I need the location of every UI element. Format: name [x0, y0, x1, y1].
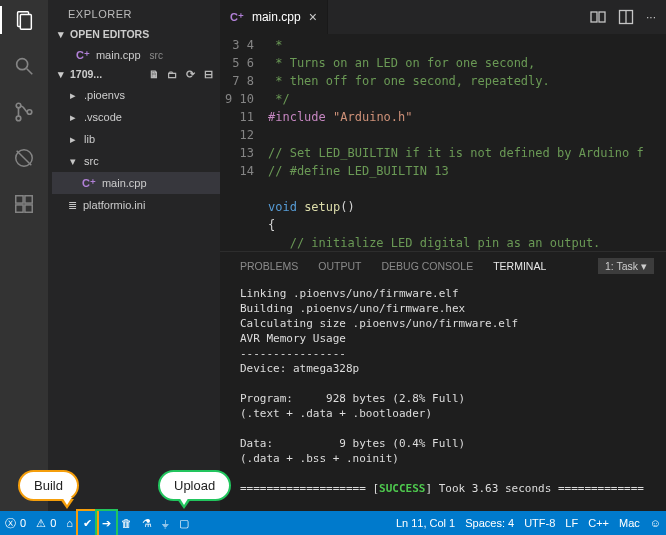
trash-icon: 🗑 [121, 517, 132, 529]
panel-tab-problems[interactable]: PROBLEMS [240, 260, 298, 272]
svg-rect-13 [591, 12, 597, 22]
code-content: * * Turns on an LED on for one second, *… [268, 36, 666, 251]
panel-tab-terminal[interactable]: TERMINAL [493, 260, 546, 272]
check-icon: ✔ [83, 517, 92, 530]
chevron-down-icon: ▾ [68, 155, 78, 168]
code-editor[interactable]: 3 4 5 6 7 8 9 10 11 12 13 14 * * Turns o… [220, 34, 666, 251]
split-editor-icon[interactable] [618, 9, 634, 25]
terminal-task-selector[interactable]: 1: Task ▾ [598, 258, 654, 274]
more-icon[interactable]: ··· [646, 10, 656, 24]
callout-build: Build [18, 470, 79, 501]
status-cursor[interactable]: Ln 11, Col 1 [391, 511, 460, 535]
new-file-icon[interactable]: 🗎 [147, 68, 162, 80]
editor-tabbar: C⁺ main.cpp × ··· [220, 0, 666, 34]
open-editor-filename: main.cpp [96, 49, 141, 61]
terminal-output[interactable]: Linking .pioenvs/uno/firmware.elf Buildi… [220, 278, 666, 511]
arrow-right-icon: ➔ [102, 517, 111, 530]
smiley-icon: ☺ [650, 517, 661, 529]
svg-line-8 [17, 151, 32, 166]
panel-tab-output[interactable]: OUTPUT [318, 260, 361, 272]
status-terminal-button[interactable]: ▢ [174, 511, 194, 535]
chevron-right-icon: ▸ [68, 133, 78, 146]
explorer-sidebar: EXPLORER ▾ OPEN EDITORS C⁺ main.cpp src … [48, 0, 220, 511]
svg-rect-1 [20, 15, 31, 30]
chevron-right-icon: ▸ [68, 89, 78, 102]
cpp-file-icon: C⁺ [230, 11, 244, 24]
status-home-button[interactable]: ⌂ [61, 511, 78, 535]
compare-icon[interactable] [590, 9, 606, 25]
explorer-title: EXPLORER [48, 0, 220, 26]
svg-point-2 [17, 59, 28, 70]
status-spaces[interactable]: Spaces: 4 [460, 511, 519, 535]
status-upload-button[interactable]: ➔ [97, 511, 116, 535]
chevron-down-icon: ▾ [56, 68, 66, 80]
cpp-file-icon: C⁺ [82, 177, 96, 190]
editor-tab-actions: ··· [580, 0, 666, 34]
scm-activity-icon[interactable] [10, 98, 38, 126]
debug-activity-icon[interactable] [10, 144, 38, 172]
tree-file[interactable]: ≣platformio.ini [52, 194, 220, 216]
tree-folder[interactable]: ▸.pioenvs [52, 84, 220, 106]
open-editors-label: OPEN EDITORS [70, 28, 149, 40]
project-label: 1709... [70, 68, 102, 80]
file-tree: ▸.pioenvs ▸.vscode ▸lib ▾src C⁺main.cpp … [48, 84, 220, 216]
cpp-file-icon: C⁺ [76, 49, 90, 62]
panel-tab-debug[interactable]: DEBUG CONSOLE [382, 260, 474, 272]
status-encoding[interactable]: UTF-8 [519, 511, 560, 535]
warning-icon: ⚠ [36, 517, 46, 530]
plug-icon: ⏚ [162, 517, 169, 529]
bottom-panel: PROBLEMS OUTPUT DEBUG CONSOLE TERMINAL 1… [220, 251, 666, 511]
extensions-activity-icon[interactable] [10, 190, 38, 218]
editor-area: C⁺ main.cpp × ··· 3 4 5 6 7 8 9 10 11 12… [220, 0, 666, 511]
home-icon: ⌂ [66, 517, 73, 529]
beaker-icon: ⚗ [142, 517, 152, 530]
editor-tab-name: main.cpp [252, 10, 301, 24]
svg-point-5 [16, 116, 21, 121]
chevron-right-icon: ▸ [68, 111, 78, 124]
line-gutter: 3 4 5 6 7 8 9 10 11 12 13 14 [220, 36, 268, 251]
svg-rect-12 [25, 205, 32, 212]
close-tab-icon[interactable]: × [309, 10, 317, 24]
open-editors-header[interactable]: ▾ OPEN EDITORS [48, 26, 220, 44]
activity-bar [0, 0, 48, 511]
tree-folder[interactable]: ▾src [52, 150, 220, 172]
refresh-icon[interactable]: ⟳ [183, 68, 198, 80]
svg-rect-14 [599, 12, 605, 22]
new-folder-icon[interactable]: 🗀 [165, 68, 180, 80]
search-activity-icon[interactable] [10, 52, 38, 80]
editor-tab[interactable]: C⁺ main.cpp × [220, 0, 328, 34]
collapse-icon[interactable]: ⊟ [201, 68, 216, 80]
status-build-button[interactable]: ✔ [78, 511, 97, 535]
svg-point-6 [27, 110, 32, 115]
open-editor-item[interactable]: C⁺ main.cpp src [48, 44, 220, 66]
explorer-activity-icon[interactable] [10, 6, 38, 34]
svg-point-4 [16, 103, 21, 108]
panel-tabs: PROBLEMS OUTPUT DEBUG CONSOLE TERMINAL 1… [220, 252, 666, 278]
status-test-button[interactable]: ⚗ [137, 511, 157, 535]
tree-folder[interactable]: ▸.vscode [52, 106, 220, 128]
ini-file-icon: ≣ [68, 199, 77, 212]
svg-rect-10 [25, 196, 32, 203]
open-editor-dir: src [150, 50, 163, 61]
status-warnings[interactable]: ⚠0 [31, 511, 61, 535]
status-os[interactable]: Mac [614, 511, 645, 535]
error-icon: ⓧ [5, 516, 16, 531]
status-eol[interactable]: LF [560, 511, 583, 535]
status-clean-button[interactable]: 🗑 [116, 511, 137, 535]
tree-file[interactable]: C⁺main.cpp [52, 172, 220, 194]
chevron-down-icon: ▾ [56, 28, 66, 40]
tree-folder[interactable]: ▸lib [52, 128, 220, 150]
callout-upload: Upload [158, 470, 231, 501]
explorer-toolbar: 🗎 🗀 ⟳ ⊟ [147, 68, 216, 80]
svg-line-3 [27, 69, 33, 75]
terminal-icon: ▢ [179, 517, 189, 530]
status-serial-button[interactable]: ⏚ [157, 511, 174, 535]
status-language[interactable]: C++ [583, 511, 614, 535]
svg-rect-11 [16, 205, 23, 212]
status-errors[interactable]: ⓧ0 [0, 511, 31, 535]
status-feedback-button[interactable]: ☺ [645, 511, 666, 535]
project-header[interactable]: ▾ 1709... 🗎 🗀 ⟳ ⊟ [48, 66, 220, 84]
status-bar: ⓧ0 ⚠0 ⌂ ✔ ➔ 🗑 ⚗ ⏚ ▢ Ln 11, Col 1 Spaces:… [0, 511, 666, 535]
svg-rect-9 [16, 196, 23, 203]
